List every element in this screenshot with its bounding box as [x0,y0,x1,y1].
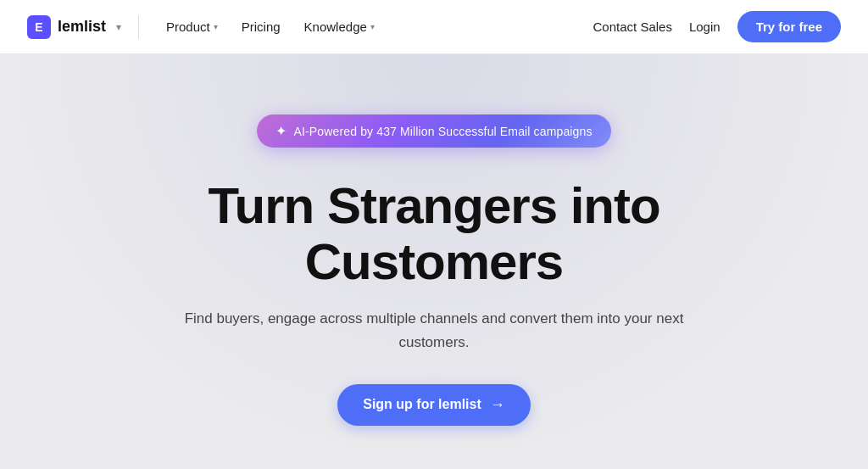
cta-arrow-icon: → [490,396,505,414]
nav-divider [138,15,139,39]
hero-subtext: Find buyers, engage across multiple chan… [180,307,688,353]
hero-heading-line1: Turn Strangers into [208,177,659,234]
navbar-right: Contact Sales Login Try for free [593,11,841,42]
nav-pricing-label: Pricing [242,20,281,34]
hero-heading: Turn Strangers into Customers [208,178,659,290]
logo[interactable]: E lemlist ▾ [27,15,121,39]
hero-heading-line2: Customers [305,233,563,290]
login-link[interactable]: Login [689,20,721,34]
nav-pricing[interactable]: Pricing [231,13,291,41]
cta-signup-button[interactable]: Sign up for lemlist → [337,384,531,426]
cta-label: Sign up for lemlist [363,397,481,412]
navbar-left: E lemlist ▾ Product ▾ Pricing Knowledge … [27,13,385,41]
nav-knowledge-label: Knowledge [304,20,367,34]
knowledge-chevron-icon: ▾ [370,22,375,31]
logo-icon: E [27,15,51,39]
nav-product-label: Product [166,20,210,34]
try-free-button[interactable]: Try for free [737,11,841,42]
nav-knowledge[interactable]: Knowledge ▾ [294,13,385,41]
navbar: E lemlist ▾ Product ▾ Pricing Knowledge … [0,0,868,54]
logo-icon-letter: E [35,20,42,34]
sparkle-icon: ✦ [275,123,287,139]
nav-product[interactable]: Product ▾ [156,13,228,41]
hero-section: ✦ AI-Powered by 437 Million Successful E… [0,54,868,469]
contact-sales-link[interactable]: Contact Sales [593,20,672,34]
logo-text: lemlist [58,18,106,36]
ai-badge-text: AI-Powered by 437 Million Successful Ema… [294,125,593,138]
product-chevron-icon: ▾ [214,22,218,31]
logo-chevron-icon: ▾ [116,21,121,33]
ai-badge: ✦ AI-Powered by 437 Million Successful E… [257,114,610,148]
nav-links: Product ▾ Pricing Knowledge ▾ [156,13,385,41]
